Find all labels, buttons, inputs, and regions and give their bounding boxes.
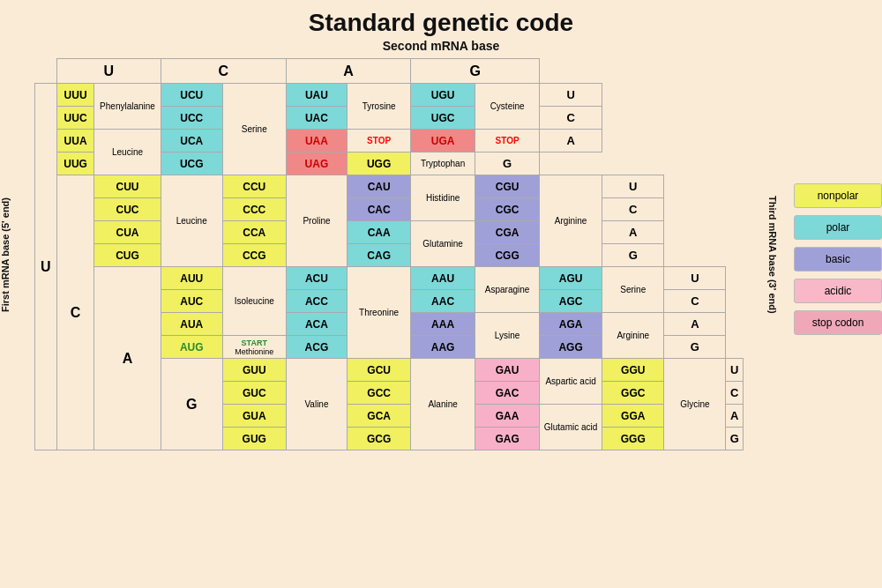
aa-label: Phenylalanine xyxy=(94,84,161,130)
first-base-label: First mRNA base (5' end) xyxy=(0,197,33,312)
codon-AUA: AUA xyxy=(161,313,222,336)
table-row: UUALeucineUCAUAASTOPUGASTOPA xyxy=(34,130,744,153)
third-base-G: G xyxy=(664,336,726,359)
codon-UUU: UUU xyxy=(56,84,94,107)
aa-label: Lysine xyxy=(475,313,540,359)
third-base-C: C xyxy=(540,107,602,130)
codon-GCG: GCG xyxy=(348,428,411,450)
codon-CCU: CCU xyxy=(222,175,286,198)
codon-CAC: CAC xyxy=(348,198,411,221)
codon-GGU: GGU xyxy=(602,359,664,382)
codon-AAA: AAA xyxy=(411,313,475,336)
codon-CGC: CGC xyxy=(475,198,540,221)
table-row: CUGCCGCAGCGGG xyxy=(34,244,744,267)
codon-UUA: UUA xyxy=(56,130,94,153)
third-base-G: G xyxy=(602,244,664,267)
codon-AGG: AGG xyxy=(540,336,602,359)
legend-item-polar: polar xyxy=(794,215,882,240)
codon-CCG: CCG xyxy=(222,244,286,267)
third-base-A: A xyxy=(664,313,726,336)
aa-label: Arginine xyxy=(602,313,664,359)
codon-GCA: GCA xyxy=(348,405,411,428)
codon-AUG: AUG xyxy=(161,336,222,359)
codon-CCA: CCA xyxy=(222,221,286,244)
codon-GUG: GUG xyxy=(222,428,286,450)
aa-label: STOP xyxy=(475,130,540,153)
content-row: First mRNA base (5' end) U C A G UUUUPhe… xyxy=(0,58,882,450)
third-base-G: G xyxy=(475,153,540,175)
third-base-U: U xyxy=(726,359,744,382)
codon-GAU: GAU xyxy=(475,359,540,382)
codon-CGG: CGG xyxy=(475,244,540,267)
codon-CAU: CAU xyxy=(348,175,411,198)
table-row: UUUUPhenylalanineUCUSerineUAUTyrosineUGU… xyxy=(34,84,744,107)
codon-AAC: AAC xyxy=(411,290,475,313)
subtitle: Second mRNA base xyxy=(383,39,500,53)
codon-UUC: UUC xyxy=(56,107,94,130)
aa-label: STOP xyxy=(348,130,411,153)
third-base-U: U xyxy=(664,267,726,290)
aa-label: STARTMethionine xyxy=(222,336,286,359)
col-header-U: U xyxy=(56,59,161,84)
codon-CAG: CAG xyxy=(348,244,411,267)
row-header-C: C xyxy=(56,175,94,450)
codon-CCC: CCC xyxy=(222,198,286,221)
codon-UGC: UGC xyxy=(411,107,475,130)
codon-GUA: GUA xyxy=(222,405,286,428)
codon-UCU: UCU xyxy=(161,84,222,107)
third-base-C: C xyxy=(726,382,744,405)
aa-label: Tryptophan xyxy=(411,153,475,175)
codon-UAC: UAC xyxy=(286,107,347,130)
table-wrapper: U C A G UUUUPhenylalanineUCUSerineUAUTyr… xyxy=(34,58,744,450)
col-header-A: A xyxy=(286,59,410,84)
codon-GUU: GUU xyxy=(222,359,286,382)
aa-label: Alanine xyxy=(411,359,475,450)
third-base-A: A xyxy=(602,221,664,244)
codon-UGU: UGU xyxy=(411,84,475,107)
codon-UGG: UGG xyxy=(348,153,411,175)
aa-label: Serine xyxy=(602,267,664,313)
aa-label: Arginine xyxy=(540,175,602,267)
codon-GCC: GCC xyxy=(348,382,411,405)
legend-item-nonpolar: nonpolar xyxy=(794,183,882,208)
codon-CUU: CUU xyxy=(94,175,161,198)
codon-CUG: CUG xyxy=(94,244,161,267)
codon-GGC: GGC xyxy=(602,382,664,405)
third-base-C: C xyxy=(602,198,664,221)
third-base-U: U xyxy=(540,84,602,107)
codon-GAG: GAG xyxy=(475,428,540,450)
genetic-table: U C A G UUUUPhenylalanineUCUSerineUAUTyr… xyxy=(34,58,744,450)
aa-label: Leucine xyxy=(94,130,161,175)
codon-UCC: UCC xyxy=(161,107,222,130)
codon-GAA: GAA xyxy=(475,405,540,428)
codon-GGG: GGG xyxy=(602,428,664,450)
codon-UAU: UAU xyxy=(286,84,347,107)
aa-label: Isoleucine xyxy=(222,267,286,336)
codon-CGU: CGU xyxy=(475,175,540,198)
legend-item-acidic: acidic xyxy=(794,279,882,303)
codon-ACG: ACG xyxy=(286,336,347,359)
codon-AUU: AUU xyxy=(161,267,222,290)
aa-label: Glutamine xyxy=(411,221,475,267)
aa-label: Cysteine xyxy=(475,84,540,130)
codon-GCU: GCU xyxy=(348,359,411,382)
third-base-G: G xyxy=(726,428,744,450)
aa-label: Tyrosine xyxy=(348,84,411,130)
aa-label: Valine xyxy=(286,359,347,450)
codon-ACC: ACC xyxy=(286,290,347,313)
aa-label: Aspartic acid xyxy=(540,359,602,405)
codon-AGC: AGC xyxy=(540,290,602,313)
third-base-A: A xyxy=(540,130,602,153)
third-base-A: A xyxy=(726,405,744,428)
codon-UAA: UAA xyxy=(286,130,347,153)
codon-CUC: CUC xyxy=(94,198,161,221)
col-header-G: G xyxy=(411,59,540,84)
codon-GGA: GGA xyxy=(602,405,664,428)
page-container: Standard genetic code Second mRNA base F… xyxy=(0,0,882,588)
third-base-label: Third mRNA base (3' end) xyxy=(745,196,778,314)
aa-label: Threonine xyxy=(348,267,411,359)
codon-CGA: CGA xyxy=(475,221,540,244)
codon-CUA: CUA xyxy=(94,221,161,244)
codon-AAU: AAU xyxy=(411,267,475,290)
codon-AUC: AUC xyxy=(161,290,222,313)
